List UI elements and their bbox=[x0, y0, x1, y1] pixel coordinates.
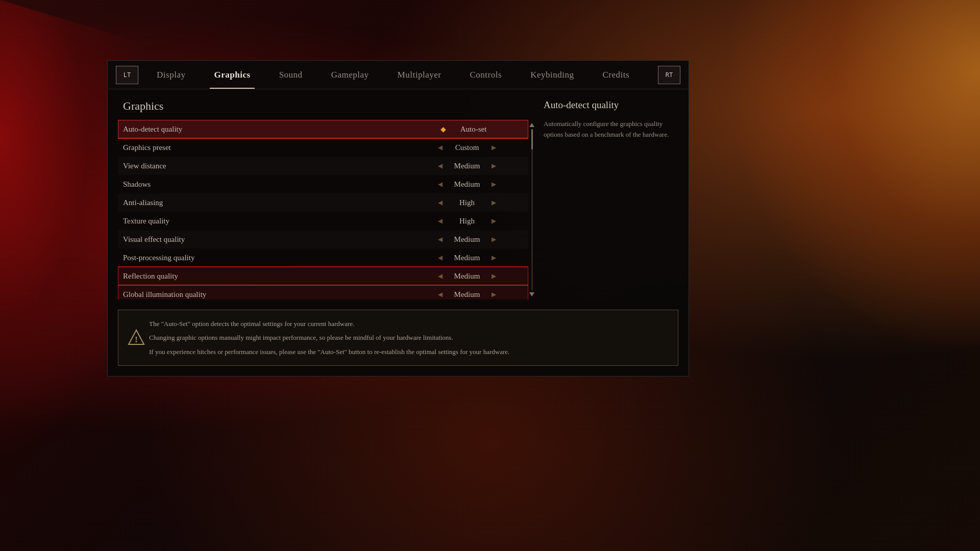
setting-value-globalillumination: Medium bbox=[447, 290, 487, 299]
tab-graphics[interactable]: Graphics bbox=[200, 61, 264, 89]
setting-value-autodetect: Auto-set bbox=[453, 125, 494, 134]
lt-button[interactable]: LT bbox=[116, 66, 138, 84]
setting-name-preset: Graphics preset bbox=[123, 143, 411, 152]
setting-row-autodetect[interactable]: Auto-detect quality ◆ Auto-set bbox=[118, 120, 528, 138]
setting-control-preset: ◀ Custom ▶ bbox=[411, 143, 523, 152]
warning-box: ! The "Auto-Set" option detects the opti… bbox=[118, 310, 678, 366]
arrow-left-icon: ◀ bbox=[438, 254, 443, 262]
setting-name-postprocessing: Post-processing quality bbox=[123, 254, 411, 262]
setting-control-postprocessing: ◀ Medium ▶ bbox=[411, 254, 523, 262]
arrow-right-icon: ▶ bbox=[492, 181, 496, 188]
arrow-right-icon: ▶ bbox=[492, 217, 496, 225]
setting-control-antialiasing: ◀ High ▶ bbox=[411, 198, 523, 207]
setting-name-globalillumination: Global illumination quality bbox=[123, 290, 411, 299]
tab-gameplay[interactable]: Gameplay bbox=[317, 61, 383, 89]
arrow-left-icon: ◀ bbox=[438, 217, 443, 225]
setting-value-postprocessing: Medium bbox=[447, 254, 487, 262]
setting-control-viewdistance: ◀ Medium ▶ bbox=[411, 162, 523, 170]
setting-value-visualeffect: Medium bbox=[447, 235, 487, 244]
warning-text: The "Auto-Set" option detects the optima… bbox=[149, 318, 668, 357]
tab-sound[interactable]: Sound bbox=[265, 61, 317, 89]
rt-label: RT bbox=[666, 71, 673, 79]
arrow-left-icon: ◀ bbox=[438, 291, 443, 298]
scrollbar-down-arrow[interactable] bbox=[529, 292, 534, 297]
arrow-left-icon: ◀ bbox=[438, 199, 443, 207]
tab-credits[interactable]: Credits bbox=[589, 61, 644, 89]
arrow-right-icon: ▶ bbox=[492, 162, 496, 170]
warning-line3: If you experience hitches or performance… bbox=[149, 346, 668, 357]
setting-name-reflection: Reflection quality bbox=[123, 272, 411, 281]
tab-controls[interactable]: Controls bbox=[455, 61, 516, 89]
setting-row-reflection[interactable]: Reflection quality ◀ Medium ▶ bbox=[118, 267, 528, 285]
setting-value-viewdistance: Medium bbox=[447, 162, 487, 170]
setting-row-visualeffect[interactable]: Visual effect quality ◀ Medium ▶ bbox=[118, 230, 528, 248]
svg-text:!: ! bbox=[135, 335, 137, 344]
tab-bar: LT Display Graphics Sound Gameplay Multi… bbox=[108, 61, 689, 89]
setting-value-reflection: Medium bbox=[447, 272, 487, 281]
arrow-right-icon: ▶ bbox=[492, 199, 496, 207]
setting-row-preset[interactable]: Graphics preset ◀ Custom ▶ bbox=[118, 138, 528, 157]
arrow-right-icon: ▶ bbox=[492, 272, 496, 280]
setting-control-autodetect: ◆ Auto-set bbox=[411, 125, 523, 134]
bg-wings-right bbox=[725, 0, 980, 357]
setting-control-shadows: ◀ Medium ▶ bbox=[411, 180, 523, 189]
tab-keybinding[interactable]: Keybinding bbox=[516, 61, 588, 89]
warning-icon: ! bbox=[128, 329, 145, 346]
setting-value-shadows: Medium bbox=[447, 180, 487, 189]
setting-row-postprocessing[interactable]: Post-processing quality ◀ Medium ▶ bbox=[118, 248, 528, 267]
arrow-left-icon: ◀ bbox=[438, 236, 443, 243]
scrollbar-bar bbox=[531, 129, 533, 290]
arrow-right-icon: ▶ bbox=[492, 254, 496, 262]
settings-list: Auto-detect quality ◆ Auto-set Graphics … bbox=[118, 120, 528, 299]
setting-name-viewdistance: View distance bbox=[123, 162, 411, 170]
arrow-left-icon: ◀ bbox=[438, 272, 443, 280]
arrow-left-icon: ◀ bbox=[438, 181, 443, 188]
content-area: Graphics Auto-detect quality ◆ Auto-set … bbox=[108, 89, 689, 310]
scrollbar-thumb[interactable] bbox=[531, 129, 533, 149]
tab-multiplayer[interactable]: Multiplayer bbox=[383, 61, 456, 89]
info-title: Auto-detect quality bbox=[544, 99, 678, 111]
setting-control-globalillumination: ◀ Medium ▶ bbox=[411, 290, 523, 299]
setting-name-visualeffect: Visual effect quality bbox=[123, 235, 411, 244]
rt-button[interactable]: RT bbox=[658, 66, 680, 84]
arrow-right-icon: ▶ bbox=[492, 236, 496, 243]
setting-value-antialiasing: High bbox=[447, 198, 487, 207]
settings-panel: Graphics Auto-detect quality ◆ Auto-set … bbox=[108, 89, 535, 310]
scrollbar-up-arrow[interactable] bbox=[529, 122, 534, 127]
diamond-icon: ◆ bbox=[440, 125, 446, 134]
setting-name-texture: Texture quality bbox=[123, 217, 411, 226]
settings-list-wrapper: Auto-detect quality ◆ Auto-set Graphics … bbox=[118, 120, 535, 299]
setting-row-viewdistance[interactable]: View distance ◀ Medium ▶ bbox=[118, 157, 528, 175]
setting-control-reflection: ◀ Medium ▶ bbox=[411, 272, 523, 281]
arrow-left-icon: ◀ bbox=[438, 144, 443, 152]
tab-display[interactable]: Display bbox=[142, 61, 200, 89]
setting-name-autodetect: Auto-detect quality bbox=[123, 125, 411, 134]
warning-line2: Changing graphic options manually might … bbox=[149, 332, 668, 343]
setting-name-antialiasing: Anti-aliasing bbox=[123, 198, 411, 207]
setting-value-preset: Custom bbox=[447, 143, 487, 152]
setting-row-shadows[interactable]: Shadows ◀ Medium ▶ bbox=[118, 175, 528, 193]
setting-row-antialiasing[interactable]: Anti-aliasing ◀ High ▶ bbox=[118, 193, 528, 212]
setting-row-globalillumination[interactable]: Global illumination quality ◀ Medium ▶ bbox=[118, 285, 528, 299]
settings-dialog: LT Display Graphics Sound Gameplay Multi… bbox=[107, 60, 689, 377]
setting-control-visualeffect: ◀ Medium ▶ bbox=[411, 235, 523, 244]
setting-name-shadows: Shadows bbox=[123, 180, 411, 189]
setting-control-texture: ◀ High ▶ bbox=[411, 217, 523, 226]
arrow-right-icon: ▶ bbox=[492, 291, 496, 298]
panel-title: Graphics bbox=[118, 99, 535, 113]
arrow-right-icon: ▶ bbox=[492, 144, 496, 152]
setting-value-texture: High bbox=[447, 217, 487, 226]
lt-label: LT bbox=[124, 71, 131, 79]
arrow-left-icon: ◀ bbox=[438, 162, 443, 170]
warning-line1: The "Auto-Set" option detects the optima… bbox=[149, 318, 668, 329]
info-panel: Auto-detect quality Automatically config… bbox=[535, 89, 689, 310]
info-description: Automatically configure the graphics qua… bbox=[544, 119, 678, 140]
setting-row-texture[interactable]: Texture quality ◀ High ▶ bbox=[118, 212, 528, 230]
scrollbar[interactable] bbox=[528, 120, 535, 299]
